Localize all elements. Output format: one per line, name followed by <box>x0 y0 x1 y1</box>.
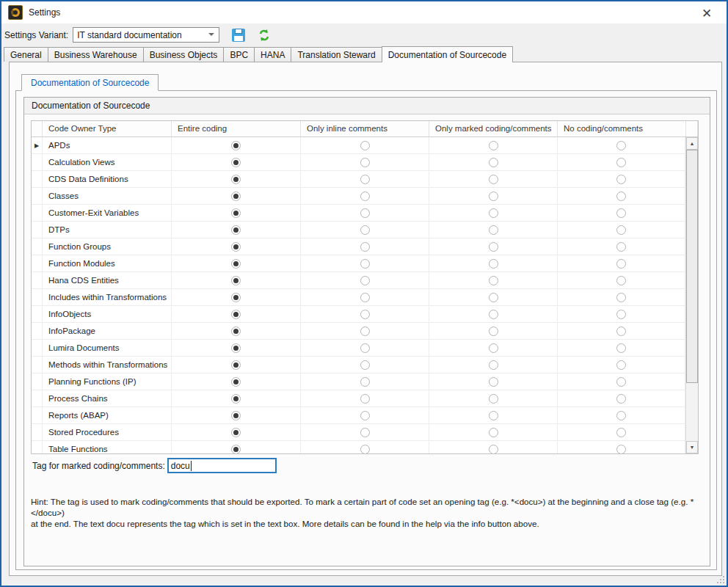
radio-inline[interactable] <box>360 360 370 370</box>
radio-marked[interactable] <box>489 276 498 285</box>
radio-marked[interactable] <box>489 293 498 302</box>
row-selector-cell[interactable] <box>32 357 43 373</box>
radio-marked[interactable] <box>489 141 498 150</box>
radio-inline[interactable] <box>360 310 370 319</box>
radio-marked[interactable] <box>489 360 498 370</box>
radio-entire-selected[interactable] <box>231 192 241 201</box>
row-selector-cell[interactable] <box>32 205 43 221</box>
row-selector-cell[interactable] <box>32 154 43 170</box>
radio-marked[interactable] <box>489 242 498 252</box>
radio-marked[interactable] <box>489 259 498 269</box>
radio-entire-selected[interactable] <box>231 428 241 437</box>
settings-variant-combobox[interactable]: IT standard documentation <box>73 27 219 43</box>
refresh-icon[interactable] <box>258 29 271 42</box>
radio-marked[interactable] <box>489 445 498 454</box>
radio-entire-selected[interactable] <box>231 293 241 302</box>
radio-marked[interactable] <box>489 192 498 201</box>
radio-none[interactable] <box>616 327 626 336</box>
tab-translation-steward[interactable]: Translation Steward <box>291 47 382 62</box>
radio-marked[interactable] <box>489 208 498 218</box>
vertical-scrollbar[interactable]: ▲ ▼ <box>685 137 698 453</box>
radio-entire-selected[interactable] <box>231 175 241 184</box>
radio-none[interactable] <box>616 175 626 184</box>
radio-none[interactable] <box>616 259 626 269</box>
radio-none[interactable] <box>616 394 626 404</box>
tab-documentation-of-sourcecode[interactable]: Documentation of Sourcecode <box>382 46 513 62</box>
tab-hana[interactable]: HANA <box>254 47 291 62</box>
tag-input[interactable]: docu <box>167 458 277 473</box>
radio-inline[interactable] <box>360 293 370 302</box>
radio-none[interactable] <box>616 343 626 353</box>
radio-inline[interactable] <box>360 259 370 269</box>
row-selector-cell[interactable] <box>32 373 43 390</box>
radio-marked[interactable] <box>489 394 498 404</box>
row-selector-cell[interactable] <box>32 188 43 204</box>
tab-business-objects[interactable]: Business Objects <box>143 47 225 62</box>
radio-none[interactable] <box>616 310 626 319</box>
current-row-indicator[interactable]: ▶ <box>32 137 43 153</box>
radio-inline[interactable] <box>360 394 370 404</box>
radio-entire-selected[interactable] <box>231 343 241 353</box>
radio-marked[interactable] <box>489 225 498 235</box>
row-selector-cell[interactable] <box>32 390 43 406</box>
scroll-down-button[interactable]: ▼ <box>686 441 698 453</box>
radio-none[interactable] <box>616 208 626 218</box>
radio-marked[interactable] <box>489 310 498 319</box>
row-selector-cell[interactable] <box>32 289 43 305</box>
radio-inline[interactable] <box>360 141 370 150</box>
row-selector-cell[interactable] <box>32 441 43 454</box>
scroll-up-button[interactable]: ▲ <box>686 137 698 150</box>
radio-entire-selected[interactable] <box>231 276 241 285</box>
radio-entire-selected[interactable] <box>231 310 241 319</box>
row-selector-cell[interactable] <box>32 306 43 322</box>
row-selector-cell[interactable] <box>32 323 43 339</box>
radio-none[interactable] <box>616 377 626 387</box>
radio-marked[interactable] <box>489 327 498 336</box>
radio-entire-selected[interactable] <box>231 242 241 252</box>
column-header-only-marked-coding-comments[interactable]: Only marked coding/comments <box>429 121 558 136</box>
radio-none[interactable] <box>616 141 626 150</box>
radio-none[interactable] <box>616 428 626 437</box>
close-button[interactable]: ✕ <box>697 4 716 22</box>
column-header-entire-coding[interactable]: Entire coding <box>172 121 301 136</box>
radio-none[interactable] <box>616 293 626 302</box>
radio-entire-selected[interactable] <box>231 259 241 269</box>
radio-none[interactable] <box>616 445 626 454</box>
radio-none[interactable] <box>616 276 626 285</box>
radio-marked[interactable] <box>489 343 498 353</box>
radio-inline[interactable] <box>360 377 370 387</box>
radio-marked[interactable] <box>489 158 498 167</box>
row-selector-cell[interactable] <box>32 238 43 255</box>
radio-inline[interactable] <box>360 343 370 353</box>
radio-inline[interactable] <box>360 327 370 336</box>
radio-entire-selected[interactable] <box>231 158 241 167</box>
radio-entire-selected[interactable] <box>231 225 241 235</box>
radio-entire-selected[interactable] <box>231 445 241 454</box>
radio-entire-selected[interactable] <box>231 411 241 420</box>
radio-inline[interactable] <box>360 192 370 201</box>
tab-bpc[interactable]: BPC <box>223 47 255 62</box>
radio-inline[interactable] <box>360 411 370 420</box>
row-selector-cell[interactable] <box>32 255 43 271</box>
radio-inline[interactable] <box>360 208 370 218</box>
radio-inline[interactable] <box>360 445 370 454</box>
radio-entire-selected[interactable] <box>231 141 241 150</box>
radio-entire-selected[interactable] <box>231 208 241 218</box>
radio-marked[interactable] <box>489 377 498 387</box>
radio-inline[interactable] <box>360 276 370 285</box>
radio-none[interactable] <box>616 192 626 201</box>
radio-entire-selected[interactable] <box>231 394 241 404</box>
save-icon[interactable] <box>232 29 245 42</box>
radio-none[interactable] <box>616 360 626 370</box>
radio-none[interactable] <box>616 242 626 252</box>
radio-marked[interactable] <box>489 175 498 184</box>
column-header-only-inline-comments[interactable]: Only inline comments <box>301 121 429 136</box>
radio-none[interactable] <box>616 225 626 235</box>
radio-inline[interactable] <box>360 242 370 252</box>
row-selector-cell[interactable] <box>32 407 43 423</box>
radio-marked[interactable] <box>489 428 498 437</box>
scrollbar-thumb[interactable] <box>686 150 698 383</box>
radio-inline[interactable] <box>360 158 370 167</box>
radio-none[interactable] <box>616 158 626 167</box>
column-header-code-owner-type[interactable]: Code Owner Type <box>43 121 172 136</box>
